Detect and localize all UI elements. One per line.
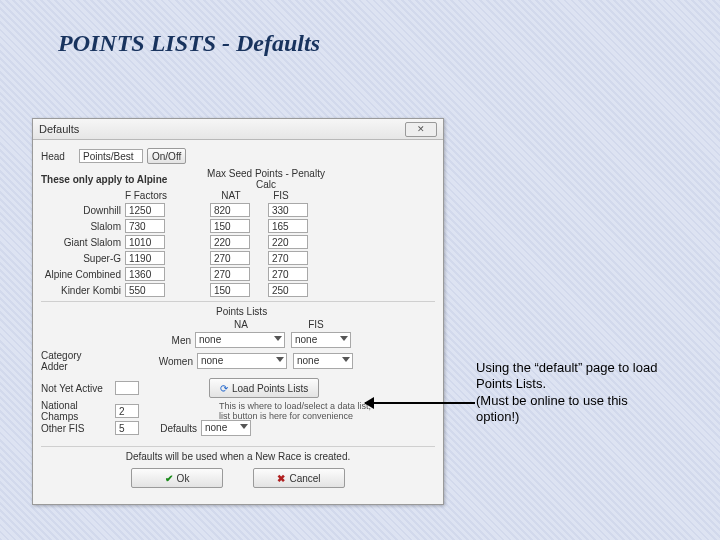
f-factor-input[interactable]: 730: [125, 219, 165, 233]
cancel-label: Cancel: [289, 473, 320, 484]
of-label: Other FIS: [41, 423, 111, 434]
men-na-select[interactable]: none: [195, 332, 285, 348]
annotation-text: Using the “default” page to load Points …: [476, 360, 666, 425]
alpine-note: These only apply to Alpine: [41, 174, 191, 185]
titlebar[interactable]: Defaults ✕: [33, 119, 443, 140]
nat-input[interactable]: 270: [210, 251, 250, 265]
f-factor-input[interactable]: 550: [125, 283, 165, 297]
of-input[interactable]: 5: [115, 421, 139, 435]
max-seed-label: Max Seed Points - Penalty Calc: [201, 168, 331, 190]
nat-input[interactable]: 220: [210, 235, 250, 249]
nat-input[interactable]: 150: [210, 219, 250, 233]
defaults-drop-label: Defaults: [153, 423, 197, 434]
event-label: Giant Slalom: [41, 237, 121, 248]
col-fis: FIS: [256, 190, 306, 201]
nc-input[interactable]: 2: [115, 404, 139, 418]
check-icon: ✔: [165, 473, 173, 484]
col-nat: NAT: [206, 190, 256, 201]
women-label: Women: [103, 356, 193, 367]
cancel-button[interactable]: ✖ Cancel: [253, 468, 345, 488]
event-label: Kinder Kombi: [41, 285, 121, 296]
event-label: Alpine Combined: [41, 269, 121, 280]
slide-title: POINTS LISTS - Defaults: [58, 30, 720, 57]
annotation-line1: Using the “default” page to load Points …: [476, 360, 657, 391]
event-label: Downhill: [41, 205, 121, 216]
window-title: Defaults: [39, 123, 79, 135]
ok-button[interactable]: ✔ Ok: [131, 468, 223, 488]
points-lists-header: Points Lists: [216, 306, 267, 317]
head-label: Head: [41, 151, 75, 162]
load-hint: This is where to load/select a data list…: [219, 401, 379, 421]
fis-input[interactable]: 330: [268, 203, 308, 217]
event-label: Super-G: [41, 253, 121, 264]
fis-input[interactable]: 250: [268, 283, 308, 297]
event-label: Slalom: [41, 221, 121, 232]
nat-input[interactable]: 270: [210, 267, 250, 281]
f-factor-input[interactable]: 1010: [125, 235, 165, 249]
women-na-select[interactable]: none: [197, 353, 287, 369]
f-factor-input[interactable]: 1250: [125, 203, 165, 217]
close-icon[interactable]: ✕: [405, 122, 437, 137]
annotation-line2: (Must be online to use this option!): [476, 393, 628, 424]
refresh-icon: ⟳: [220, 383, 228, 394]
load-points-button[interactable]: ⟳ Load Points Lists: [209, 378, 319, 398]
fis-input[interactable]: 270: [268, 251, 308, 265]
pl-na-head: NA: [196, 319, 286, 330]
women-fis-select[interactable]: none: [293, 353, 353, 369]
f-factor-input[interactable]: 1190: [125, 251, 165, 265]
footer-note: Defaults will be used when a New Race is…: [126, 451, 351, 462]
nya-label: Not Yet Active: [41, 383, 111, 394]
head-input[interactable]: Points/Best: [79, 149, 143, 163]
defaults-window: Defaults ✕ Head Points/Best On/Off These…: [32, 118, 444, 505]
x-icon: ✖: [277, 473, 285, 484]
load-points-label: Load Points Lists: [232, 383, 308, 394]
on-off-toggle[interactable]: On/Off: [147, 148, 186, 164]
fis-input[interactable]: 220: [268, 235, 308, 249]
f-factor-input[interactable]: 1360: [125, 267, 165, 281]
annotation-arrow: [365, 402, 475, 404]
fis-input[interactable]: 165: [268, 219, 308, 233]
nat-input[interactable]: 820: [210, 203, 250, 217]
pl-fis-head: FIS: [286, 319, 346, 330]
fis-input[interactable]: 270: [268, 267, 308, 281]
ok-label: Ok: [177, 473, 190, 484]
men-label: Men: [41, 335, 191, 346]
defaults-select[interactable]: none: [201, 420, 251, 436]
nc-label: National Champs: [41, 400, 111, 422]
men-fis-select[interactable]: none: [291, 332, 351, 348]
nat-input[interactable]: 150: [210, 283, 250, 297]
category-adder-label: Category Adder: [41, 350, 99, 372]
f-factors-label: F Factors: [121, 190, 171, 201]
nya-input[interactable]: [115, 381, 139, 395]
